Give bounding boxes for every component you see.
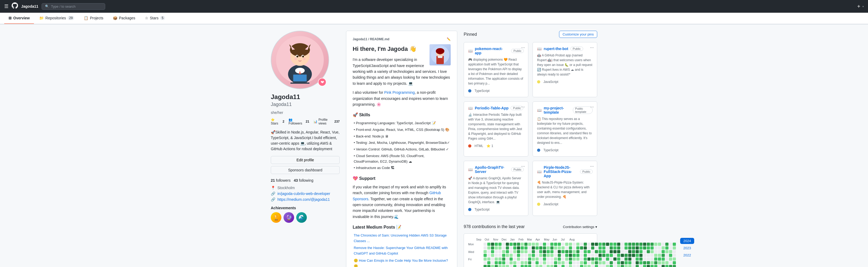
contrib-day[interactable] [487,243,490,246]
github-sponsors-link[interactable]: GitHub Sponsors [353,191,441,201]
contrib-day[interactable] [628,243,631,246]
repo-menu-icon-4[interactable]: ⋯ [590,105,594,109]
contrib-day[interactable] [565,258,568,261]
contrib-day[interactable] [673,246,676,249]
website-item[interactable]: 🔗 https://medium.com/@jagoda11 [271,197,340,202]
contrib-day[interactable] [495,254,498,257]
contrib-day[interactable] [654,261,657,264]
contrib-day[interactable] [517,261,520,264]
contrib-day[interactable] [658,243,661,246]
contrib-day[interactable] [624,243,628,246]
following-link[interactable]: 43 following [294,178,313,182]
contrib-day[interactable] [610,243,613,246]
contrib-day[interactable] [576,261,580,264]
tab-projects[interactable]: 📋 Projects [80,13,107,24]
contrib-day[interactable] [484,261,487,264]
contrib-day[interactable] [639,243,643,246]
contrib-day[interactable] [484,254,487,257]
contrib-day[interactable] [502,243,505,246]
contrib-day[interactable] [561,246,565,249]
contrib-day[interactable] [484,265,487,267]
contrib-day[interactable] [606,254,609,257]
contrib-day[interactable] [617,265,620,267]
profile-views-stat[interactable]: 📊 Profile views 237 [313,118,340,125]
contrib-day[interactable] [506,258,509,261]
contrib-day[interactable] [661,243,665,246]
contrib-day[interactable] [509,265,513,267]
contrib-day[interactable] [673,265,676,267]
contrib-day[interactable] [550,250,554,253]
contrib-day[interactable] [669,250,672,253]
contrib-day[interactable] [543,258,546,261]
contrib-day[interactable] [636,265,639,267]
contrib-day[interactable] [576,243,580,246]
contrib-day[interactable] [580,261,583,264]
repo-menu-icon-6[interactable]: ⋯ [590,164,594,168]
contrib-day[interactable] [587,254,591,257]
contrib-day[interactable] [554,254,557,257]
contrib-day[interactable] [495,258,498,261]
contrib-day[interactable] [654,250,657,253]
contrib-day[interactable] [547,246,550,249]
customize-pins-button[interactable]: Customize your pins [559,31,597,38]
contrib-day[interactable] [521,243,524,246]
repo-menu-icon-5[interactable]: ⋯ [521,164,525,168]
contrib-day[interactable] [547,243,550,246]
contrib-day[interactable] [491,254,494,257]
contrib-day[interactable] [598,254,602,257]
contrib-day[interactable] [632,261,635,264]
contrib-day[interactable] [654,265,657,267]
contrib-day[interactable] [517,254,520,257]
contrib-day[interactable] [610,258,613,261]
contrib-day[interactable] [535,250,539,253]
contrib-day[interactable] [654,258,657,261]
contrib-day[interactable] [576,254,580,257]
contrib-day[interactable] [602,258,606,261]
contrib-day[interactable] [658,265,661,267]
contrib-day[interactable] [558,258,561,261]
contrib-day[interactable] [647,243,650,246]
contrib-day[interactable] [628,265,631,267]
contrib-day[interactable] [587,243,591,246]
contrib-day[interactable] [550,246,554,249]
contrib-day[interactable] [580,250,583,253]
contrib-day[interactable] [621,246,624,249]
contrib-day[interactable] [524,250,528,253]
contrib-day[interactable] [532,265,535,267]
contrib-day[interactable] [661,258,665,261]
year-tab-2023[interactable]: 2023 [680,245,694,251]
contrib-day[interactable] [658,250,661,253]
contrib-day[interactable] [543,243,546,246]
contrib-day[interactable] [569,246,572,249]
contrib-day[interactable] [554,258,557,261]
contrib-day[interactable] [498,261,502,264]
contrib-day[interactable] [554,243,557,246]
contrib-day[interactable] [487,261,490,264]
contrib-day[interactable] [513,265,517,267]
plus-button[interactable]: + [857,3,860,9]
contrib-day[interactable] [524,265,528,267]
contrib-day[interactable] [650,250,654,253]
contrib-day[interactable] [665,250,669,253]
achievement-badge-3[interactable]: 🌊 [296,212,307,223]
contrib-day[interactable] [506,246,509,249]
contrib-day[interactable] [602,261,606,264]
contrib-day[interactable] [491,250,494,253]
contrib-day[interactable] [572,246,576,249]
edit-icon[interactable]: ✏️ [447,37,451,41]
repo-menu-icon-3[interactable]: ⋯ [521,105,525,109]
contrib-day[interactable] [535,261,539,264]
contrib-day[interactable] [639,254,643,257]
contrib-day[interactable] [595,261,598,264]
contrib-day[interactable] [598,250,602,253]
contrib-day[interactable] [591,254,594,257]
contrib-day[interactable] [572,243,576,246]
contrib-day[interactable] [524,258,528,261]
contrib-day[interactable] [572,254,576,257]
contrib-day[interactable] [539,258,542,261]
contrib-day[interactable] [636,250,639,253]
contrib-day[interactable] [513,258,517,261]
contrib-day[interactable] [643,250,646,253]
contrib-day[interactable] [661,261,665,264]
year-tab-2024[interactable]: 2024 [680,238,694,244]
